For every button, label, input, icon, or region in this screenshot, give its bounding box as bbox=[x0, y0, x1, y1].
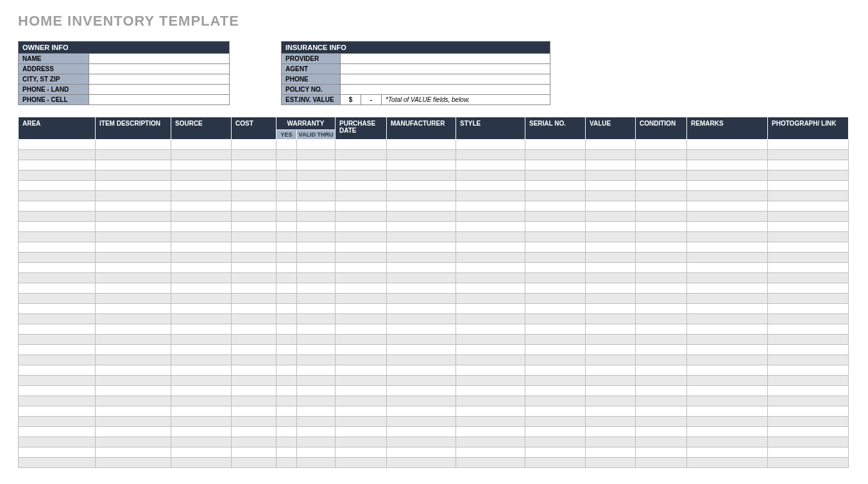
cell[interactable] bbox=[687, 335, 768, 345]
cell[interactable] bbox=[297, 150, 336, 160]
cell[interactable] bbox=[456, 437, 525, 447]
cell[interactable] bbox=[387, 396, 456, 406]
cell[interactable] bbox=[456, 324, 525, 335]
cell[interactable] bbox=[768, 335, 849, 345]
cell[interactable] bbox=[297, 427, 336, 437]
cell[interactable] bbox=[525, 160, 586, 171]
insurance-provider-value[interactable] bbox=[341, 54, 550, 64]
cell[interactable] bbox=[297, 437, 336, 447]
cell[interactable] bbox=[586, 345, 636, 355]
cell[interactable] bbox=[96, 335, 171, 345]
cell[interactable] bbox=[232, 304, 277, 314]
cell[interactable] bbox=[525, 355, 586, 365]
cell[interactable] bbox=[768, 212, 849, 222]
cell[interactable] bbox=[232, 355, 277, 365]
cell[interactable] bbox=[636, 201, 687, 212]
cell[interactable] bbox=[687, 294, 768, 304]
cell[interactable] bbox=[586, 232, 636, 242]
cell[interactable] bbox=[768, 437, 849, 447]
cell[interactable] bbox=[232, 222, 277, 232]
cell[interactable] bbox=[456, 396, 525, 406]
cell[interactable] bbox=[687, 242, 768, 253]
cell[interactable] bbox=[171, 294, 232, 304]
cell[interactable] bbox=[586, 365, 636, 376]
cell[interactable] bbox=[687, 447, 768, 458]
cell[interactable] bbox=[636, 406, 687, 417]
cell[interactable] bbox=[96, 417, 171, 427]
cell[interactable] bbox=[387, 160, 456, 171]
cell[interactable] bbox=[336, 365, 387, 376]
cell[interactable] bbox=[687, 437, 768, 447]
cell[interactable] bbox=[586, 242, 636, 253]
cell[interactable] bbox=[96, 191, 171, 201]
cell[interactable] bbox=[297, 171, 336, 181]
cell[interactable] bbox=[19, 304, 96, 314]
cell[interactable] bbox=[171, 150, 232, 160]
cell[interactable] bbox=[297, 191, 336, 201]
cell[interactable] bbox=[687, 283, 768, 294]
cell[interactable] bbox=[456, 417, 525, 427]
cell[interactable] bbox=[232, 324, 277, 335]
cell[interactable] bbox=[687, 212, 768, 222]
cell[interactable] bbox=[96, 222, 171, 232]
cell[interactable] bbox=[336, 294, 387, 304]
cell[interactable] bbox=[387, 386, 456, 396]
cell[interactable] bbox=[586, 417, 636, 427]
cell[interactable] bbox=[387, 140, 456, 150]
cell[interactable] bbox=[277, 181, 297, 191]
cell[interactable] bbox=[336, 447, 387, 458]
cell[interactable] bbox=[19, 437, 96, 447]
cell[interactable] bbox=[232, 242, 277, 253]
cell[interactable] bbox=[96, 345, 171, 355]
cell[interactable] bbox=[636, 150, 687, 160]
cell[interactable] bbox=[277, 232, 297, 242]
cell[interactable] bbox=[687, 355, 768, 365]
cell[interactable] bbox=[277, 386, 297, 396]
cell[interactable] bbox=[586, 273, 636, 283]
cell[interactable] bbox=[277, 191, 297, 201]
cell[interactable] bbox=[19, 355, 96, 365]
cell[interactable] bbox=[525, 283, 586, 294]
cell[interactable] bbox=[456, 406, 525, 417]
cell[interactable] bbox=[19, 324, 96, 335]
cell[interactable] bbox=[232, 263, 277, 273]
cell[interactable] bbox=[525, 417, 586, 427]
cell[interactable] bbox=[171, 212, 232, 222]
cell[interactable] bbox=[297, 355, 336, 365]
cell[interactable] bbox=[232, 253, 277, 263]
cell[interactable] bbox=[336, 324, 387, 335]
cell[interactable] bbox=[19, 253, 96, 263]
cell[interactable] bbox=[297, 376, 336, 386]
cell[interactable] bbox=[768, 355, 849, 365]
cell[interactable] bbox=[96, 242, 171, 253]
cell[interactable] bbox=[687, 314, 768, 324]
cell[interactable] bbox=[96, 212, 171, 222]
cell[interactable] bbox=[277, 345, 297, 355]
cell[interactable] bbox=[277, 171, 297, 181]
cell[interactable] bbox=[636, 376, 687, 386]
cell[interactable] bbox=[297, 283, 336, 294]
cell[interactable] bbox=[387, 406, 456, 417]
cell[interactable] bbox=[586, 447, 636, 458]
cell[interactable] bbox=[525, 140, 586, 150]
cell[interactable] bbox=[636, 437, 687, 447]
cell[interactable] bbox=[456, 273, 525, 283]
cell[interactable] bbox=[336, 160, 387, 171]
cell[interactable] bbox=[277, 437, 297, 447]
cell[interactable] bbox=[277, 201, 297, 212]
cell[interactable] bbox=[456, 232, 525, 242]
cell[interactable] bbox=[525, 304, 586, 314]
cell[interactable] bbox=[768, 181, 849, 191]
cell[interactable] bbox=[297, 222, 336, 232]
cell[interactable] bbox=[297, 294, 336, 304]
cell[interactable] bbox=[19, 396, 96, 406]
cell[interactable] bbox=[171, 283, 232, 294]
cell[interactable] bbox=[171, 160, 232, 171]
cell[interactable] bbox=[277, 314, 297, 324]
cell[interactable] bbox=[636, 386, 687, 396]
cell[interactable] bbox=[171, 335, 232, 345]
cell[interactable] bbox=[586, 324, 636, 335]
cell[interactable] bbox=[277, 376, 297, 386]
cell[interactable] bbox=[277, 324, 297, 335]
cell[interactable] bbox=[336, 427, 387, 437]
